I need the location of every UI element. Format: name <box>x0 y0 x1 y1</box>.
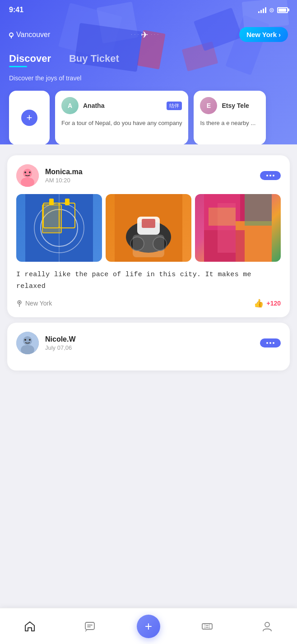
tab-buy-ticket[interactable]: Buy Ticket <box>69 53 119 67</box>
nav-add-button[interactable]: + <box>137 615 160 638</box>
svg-rect-32 <box>85 622 94 630</box>
chevron-right-icon: › <box>278 31 281 38</box>
nav-messages[interactable] <box>77 617 103 636</box>
hero-subtitle: Discover the joys of travel <box>0 71 297 82</box>
profile-icon <box>261 621 273 632</box>
add-icon: + <box>145 620 152 633</box>
post-card-nicole: Nicole.W July 07,06 <box>7 323 290 371</box>
svg-point-26 <box>19 301 20 303</box>
plane-icon: ✈ <box>141 29 148 40</box>
svg-rect-24 <box>209 208 236 226</box>
post-image-2[interactable] <box>106 194 191 262</box>
add-card[interactable]: + <box>9 91 50 144</box>
svg-rect-23 <box>245 194 272 226</box>
avatar-etsy: E <box>200 97 217 114</box>
svg-rect-35 <box>202 624 212 629</box>
user-info-nicole: Nicole.W July 07,06 <box>45 335 254 351</box>
tickets-icon <box>201 621 213 632</box>
signal-icon <box>258 7 266 13</box>
status-bar: 9:41 ⊜ <box>0 0 297 20</box>
username-etsy: Etsy Tele <box>222 102 260 109</box>
home-icon <box>24 621 36 632</box>
post-likes-monica[interactable]: 👍 +120 <box>254 298 281 308</box>
svg-point-3 <box>24 171 26 173</box>
location-text-monica: New York <box>25 300 52 307</box>
location-icon <box>9 32 14 37</box>
post-location-monica: New York <box>16 300 52 307</box>
svg-point-28 <box>23 336 32 345</box>
svg-point-16 <box>153 237 167 250</box>
destination-label: New York <box>246 31 277 38</box>
destination-pill[interactable]: New York › <box>239 27 288 42</box>
bottom-nav: + <box>0 608 297 644</box>
avatar-svg-monica <box>16 164 39 187</box>
svg-point-15 <box>130 237 144 250</box>
hero-header: Vancouver ··· ✈ ··· New York › Discover … <box>0 0 297 144</box>
post-image-3[interactable] <box>195 194 281 262</box>
main-content: Monica.ma AM 10:20 <box>0 144 297 421</box>
flight-path: ··· ✈ ··· <box>50 29 239 40</box>
post-card-etsy[interactable]: E Etsy Tele Is there a e nearby ... <box>194 91 266 144</box>
post-text-monica: I really like the pace of life in this c… <box>16 269 281 292</box>
tag-badge-anatha: 结伴 <box>167 102 182 110</box>
nav-tickets[interactable] <box>194 617 220 636</box>
svg-rect-10 <box>49 199 54 205</box>
post-image-1[interactable] <box>16 194 102 262</box>
nav-profile[interactable] <box>254 617 280 636</box>
svg-point-30 <box>24 339 26 341</box>
post-header-monica: Monica.ma AM 10:20 <box>16 164 281 187</box>
status-time: 9:41 <box>9 6 23 14</box>
status-icons: ⊜ <box>258 6 288 14</box>
svg-point-31 <box>29 339 31 341</box>
flight-route: Vancouver ··· ✈ ··· New York › <box>0 20 297 42</box>
images-grid-monica <box>16 194 281 262</box>
avatar-anatha: A <box>61 97 79 114</box>
cards-section: + A Anatha 结伴 For a tour of Nepal, do yo… <box>0 83 297 144</box>
svg-point-6 <box>34 203 84 253</box>
svg-rect-29 <box>21 345 34 354</box>
departure-label: Vancouver <box>16 31 50 39</box>
svg-point-1 <box>23 169 32 178</box>
wifi-icon: ⊜ <box>269 6 274 14</box>
card-header-etsy: E Etsy Tele <box>200 97 260 114</box>
svg-point-4 <box>29 171 31 173</box>
add-button[interactable]: + <box>21 110 37 126</box>
card-header-anatha: A Anatha 结伴 <box>61 97 182 114</box>
tab-discover[interactable]: Discover <box>9 53 51 67</box>
post-username-nicole: Nicole.W <box>45 335 254 343</box>
svg-rect-11 <box>65 199 70 205</box>
more-button-monica[interactable] <box>260 171 281 180</box>
svg-rect-8 <box>43 203 59 228</box>
battery-icon <box>277 7 288 13</box>
card-text-etsy: Is there a e nearby ... <box>200 119 260 128</box>
svg-rect-17 <box>142 219 155 228</box>
post-time-nicole: July 07,06 <box>45 344 254 351</box>
username-anatha: Anatha <box>83 102 162 109</box>
post-card-monica: Monica.ma AM 10:20 <box>7 155 290 317</box>
post-card-anatha[interactable]: A Anatha 结伴 For a tour of Nepal, do you … <box>55 91 188 144</box>
departure-city: Vancouver <box>9 31 50 39</box>
card-text-anatha: For a tour of Nepal, do you have any com… <box>61 119 182 128</box>
post-footer-monica: New York 👍 +120 <box>16 298 281 308</box>
post-time-monica: AM 10:20 <box>45 177 254 184</box>
thumbs-up-icon: 👍 <box>254 298 264 308</box>
avatar-svg-nicole <box>16 332 39 354</box>
avatar-monica <box>16 164 39 187</box>
user-info-monica: Monica.ma AM 10:20 <box>45 168 254 184</box>
post-username-monica: Monica.ma <box>45 168 254 176</box>
post-header-nicole: Nicole.W July 07,06 <box>16 332 281 354</box>
location-icon <box>16 300 23 307</box>
more-button-nicole[interactable] <box>260 338 281 347</box>
nav-tabs: Discover Buy Ticket <box>0 42 297 71</box>
likes-count: +120 <box>266 300 281 307</box>
messages-icon <box>84 621 96 632</box>
svg-point-40 <box>265 622 269 627</box>
svg-rect-2 <box>21 178 34 187</box>
avatar-nicole <box>16 332 39 354</box>
nav-home[interactable] <box>17 617 43 636</box>
